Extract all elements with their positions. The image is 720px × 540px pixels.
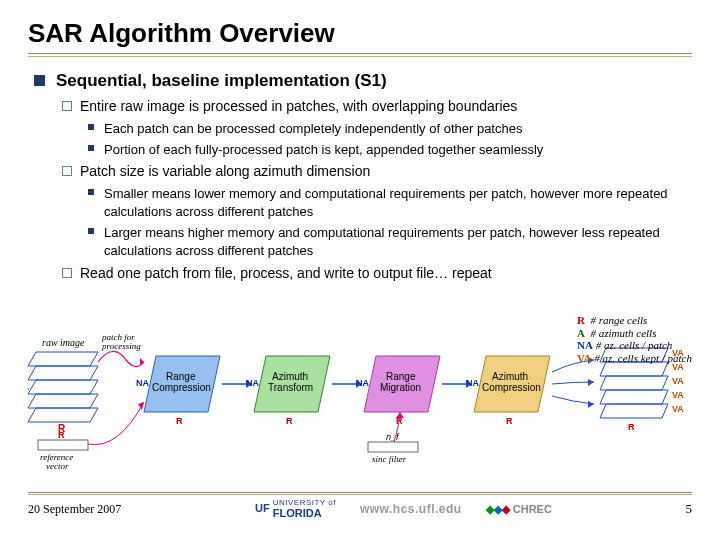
nf-label: n_f [386, 432, 400, 442]
reference-vector-icon [38, 440, 88, 450]
patch-for-processing-label: patch forprocessing [101, 332, 141, 351]
stage-azimuth-compression: AzimuthCompression NA R [466, 356, 550, 426]
slide-title: SAR Algorithm Overview [28, 18, 692, 49]
list-item: Patch size is variable along azimuth dim… [56, 162, 692, 260]
title-underline [28, 53, 692, 54]
legend-row: NA # az. cells / patch [577, 339, 692, 352]
lvl3-text: Smaller means lower memory and computati… [104, 186, 668, 219]
list-item: Smaller means lower memory and computati… [80, 184, 692, 221]
sinc-filter-label: sinc filter [372, 454, 407, 464]
svg-text:AzimuthTransform: AzimuthTransform [268, 371, 313, 393]
lvl2-text: Patch size is variable along azimuth dim… [80, 163, 370, 179]
list-item: Entire raw image is processed in patches… [56, 97, 692, 158]
title-underline2 [28, 56, 692, 57]
lvl2-text: Entire raw image is processed in patches… [80, 98, 517, 114]
footer-row: 20 September 2007 UF UNIVERSITY ofFLORID… [0, 499, 720, 519]
raw-image-icon [28, 352, 98, 422]
svg-text:R: R [176, 416, 183, 426]
raw-image-label: raw image [42, 337, 85, 348]
list-item: Sequential, baseline implementation (S1)… [28, 71, 692, 282]
dim-R-label: R [58, 430, 65, 440]
lvl1-text: Sequential, baseline implementation (S1) [56, 71, 387, 90]
stage-range-compression: RangeCompression NA R [136, 356, 220, 426]
stage-azimuth-transform: AzimuthTransform NA R [246, 356, 330, 426]
footer-rule2 [28, 494, 692, 495]
footer-logos: UF UNIVERSITY ofFLORIDA www.hcs.ufl.edu … [255, 499, 552, 519]
sub-list: Entire raw image is processed in patches… [56, 97, 692, 282]
chrec-logo: ◆◆◆ CHREC [486, 503, 552, 516]
svg-text:R: R [506, 416, 513, 426]
list-item: Larger means higher memory and computati… [80, 223, 692, 260]
dim-VA-label: VA [672, 376, 684, 386]
sinc-filter-icon [368, 442, 418, 452]
svg-text:NA: NA [466, 378, 479, 388]
list-item: Each patch can be processed completely i… [80, 119, 692, 137]
footer-date: 20 September 2007 [28, 502, 121, 517]
legend-row: R # range cells [577, 314, 692, 327]
hcs-logo: www.hcs.ufl.edu [360, 502, 462, 516]
list-item: Read one patch from file, process, and w… [56, 264, 692, 283]
arrowhead-icon [588, 401, 594, 408]
arrowhead-icon [588, 379, 594, 386]
svg-text:R: R [286, 416, 293, 426]
uf-logo: UF UNIVERSITY ofFLORIDA [255, 499, 336, 519]
sub-sub-list: Each patch can be processed completely i… [80, 119, 692, 159]
page-number: 5 [686, 501, 693, 517]
lvl3-text: Larger means higher memory and computati… [104, 225, 660, 258]
legend-row: A # azimuth cells [577, 327, 692, 340]
bullet-list: Sequential, baseline implementation (S1)… [28, 71, 692, 282]
arrow-icon [552, 382, 594, 384]
dim-R-label: R [628, 422, 635, 432]
lvl2-text: Read one patch from file, process, and w… [80, 265, 492, 281]
svg-text:RangeMigration: RangeMigration [380, 371, 421, 393]
arrow-icon [98, 351, 144, 366]
lvl3-text: Portion of each fully-processed patch is… [104, 142, 543, 157]
list-item: Portion of each fully-processed patch is… [80, 140, 692, 158]
lvl3-text: Each patch can be processed completely i… [104, 121, 522, 136]
arrow-icon [552, 396, 594, 404]
svg-text:NA: NA [246, 378, 259, 388]
sub-sub-list: Smaller means lower memory and computati… [80, 184, 692, 260]
footer-rule [28, 492, 692, 493]
slide: SAR Algorithm Overview Sequential, basel… [0, 0, 720, 540]
reference-vector-label: referencevector [40, 452, 73, 471]
legend-row: VA # az. cells kept / patch [577, 352, 692, 365]
svg-text:NA: NA [136, 378, 149, 388]
arrowhead-icon [138, 402, 144, 410]
svg-text:NA: NA [356, 378, 369, 388]
legend: R # range cells A # azimuth cells NA # a… [577, 314, 692, 365]
dim-VA-label: VA [672, 404, 684, 414]
arrowhead-icon [396, 412, 404, 418]
dim-A-label: A [28, 381, 29, 392]
dim-VA-label: VA [672, 390, 684, 400]
diagram: R # range cells A # azimuth cells NA # a… [28, 332, 692, 474]
footer: 20 September 2007 UF UNIVERSITY ofFLORID… [0, 492, 720, 530]
